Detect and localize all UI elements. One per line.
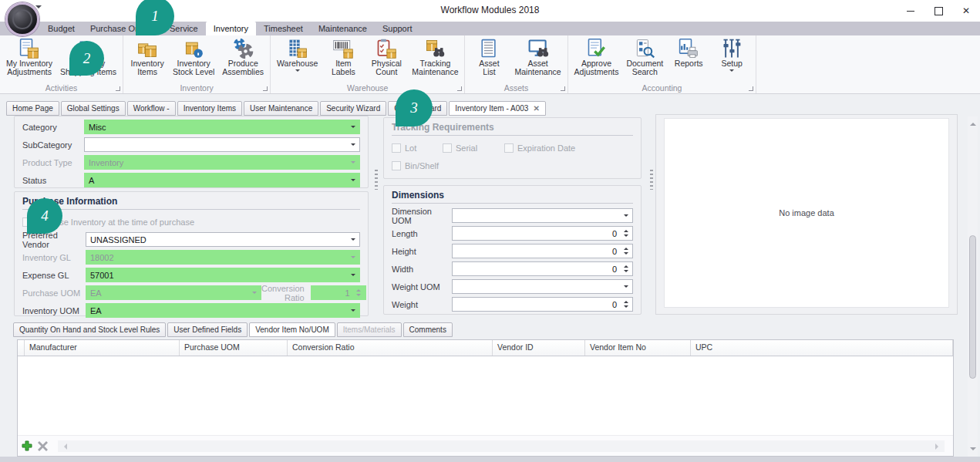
minimize-button[interactable] [897,0,924,22]
form-row-height: Height0 [392,244,633,258]
spinner-buttons[interactable] [621,262,631,275]
maximize-button[interactable] [924,0,952,22]
column-header-vendor-id[interactable]: Vendor ID [493,340,585,356]
ribbon-button-item-labels[interactable]: Item Labels [322,37,365,83]
doc-tab-inventory-item-a003[interactable]: Inventory Item - A003✕ [449,101,545,116]
field-dimension-uom[interactable] [452,208,633,223]
field-subcategory[interactable] [84,137,360,152]
add-row-button[interactable] [22,440,32,451]
combo-dropdown-icon[interactable] [351,274,355,278]
ribbon-tab-support[interactable]: Support [375,22,420,35]
column-header-vendor-item-no[interactable]: Vendor Item No [585,340,691,356]
scroll-right-icon[interactable] [935,443,941,450]
combo-dropdown-icon[interactable] [351,143,355,148]
combo-dropdown-icon[interactable] [351,179,355,184]
doc-check-icon [585,38,608,59]
ribbon-button-asset-list[interactable]: Asset List [467,37,510,83]
dialog-launcher-icon[interactable] [263,86,268,91]
dialog-launcher-icon[interactable] [116,86,120,91]
scrollbar-thumb[interactable] [969,235,976,379]
ribbon-button-setup[interactable]: Setup [710,37,753,83]
close-button[interactable]: ✕ [952,0,980,22]
spinner-buttons[interactable] [621,244,631,258]
spin-up-icon[interactable] [624,298,628,303]
spinner-buttons[interactable] [621,298,631,311]
barcode-box-icon [332,38,355,59]
dialog-launcher-icon[interactable] [749,86,753,91]
doc-tab-security-wizard[interactable]: Security Wizard [320,101,386,116]
field-width[interactable]: 0 [452,261,633,276]
app-logo[interactable] [5,2,39,36]
ribbon-button-warehouse[interactable]: Warehouse [273,37,322,83]
detail-tab-user-defined-fields[interactable]: User Defined Fields [167,322,248,337]
close-tab-icon[interactable]: ✕ [533,104,539,113]
tab-label: User Maintenance [250,104,312,113]
combo-dropdown-icon[interactable] [351,126,355,130]
dialog-launcher-icon[interactable] [457,86,462,91]
form-vertical-scrollbar[interactable] [968,116,978,457]
ribbon-button-asset-maintenance[interactable]: Asset Maintenance [510,37,564,83]
ribbon-button-tracking-maintenance[interactable]: Tracking Maintenance [408,37,462,83]
doc-tab-global-settings[interactable]: Global Settings [61,101,126,116]
tracking-option-lot: Lot [392,143,443,153]
checkbox-expiration-date[interactable] [504,143,514,153]
spin-up-icon[interactable] [624,245,628,250]
field-status[interactable]: A [84,173,360,187]
spin-down-icon[interactable] [624,305,628,310]
checkbox-lot[interactable] [392,143,401,153]
detail-tab-vendor-item-no-uom[interactable]: Vendor Item No/UOM [249,322,335,337]
field-category[interactable]: Misc [84,120,360,134]
grid-horizontal-scrollbar[interactable] [58,440,945,452]
combo-dropdown-icon[interactable] [351,309,355,314]
ribbon-button-approve-adjustments[interactable]: Approve Adjustments [571,37,623,83]
ribbon-button-reports[interactable]: Reports [667,37,710,83]
spin-up-icon[interactable] [624,228,628,232]
ribbon-tab-maintenance[interactable]: Maintenance [311,22,375,35]
column-header-manufacturer[interactable]: Manufacturer [25,340,180,356]
ribbon-button-document-search[interactable]: Document Search [622,37,667,83]
spin-up-icon[interactable] [624,263,628,268]
spin-down-icon[interactable] [624,270,628,275]
column-header-upc[interactable]: UPC [691,340,953,356]
checkbox-serial[interactable] [443,143,452,153]
dialog-launcher-icon[interactable] [561,86,565,91]
field-weight-uom[interactable] [452,279,633,294]
scroll-up-icon[interactable] [970,120,976,126]
scroll-left-icon[interactable] [61,443,67,450]
doc-tab-inventory-items[interactable]: Inventory Items [177,101,242,116]
doc-tab-workflow[interactable]: Workflow - [127,101,176,116]
combo-dropdown-icon[interactable] [624,214,628,219]
doc-tab-home-page[interactable]: Home Page [6,101,59,116]
field-weight[interactable]: 0 [452,297,633,312]
field-height[interactable]: 0 [452,244,633,258]
column-header-purchase-uom[interactable]: Purchase UOM [180,340,288,356]
combo-dropdown-icon[interactable] [351,238,355,243]
spin-down-icon[interactable] [624,252,628,257]
splitter-left[interactable] [375,170,378,190]
detail-tab-quantity-on-hand-and-stock-level-rules[interactable]: Quantity On Hand and Stock Level Rules [13,322,166,337]
ribbon-tab-inventory[interactable]: Inventory [206,22,256,35]
column-header-conversion-ratio[interactable]: Conversion Ratio [288,340,493,356]
combo-dropdown-icon[interactable] [624,285,628,290]
checkbox-bin-shelf[interactable] [392,161,401,170]
ribbon-button-inventory-items[interactable]: Inventory Items [126,37,169,83]
field-expense-gl[interactable]: 57001 [86,268,360,282]
field-length[interactable]: 0 [452,226,633,241]
delete-row-button[interactable] [38,441,48,451]
splitter-right[interactable] [650,170,653,190]
field-inventory-uom[interactable]: EA [86,303,360,318]
field-label: Inventory UOM [22,306,86,315]
ribbon-button-physical-count[interactable]: Physical Count [365,37,408,83]
spinner-buttons[interactable] [621,227,631,240]
scroll-down-icon[interactable] [970,447,976,454]
field-preferred-vendor[interactable]: UNASSIGNED [86,232,360,247]
ribbon-tab-budget[interactable]: Budget [40,22,83,35]
spin-down-icon[interactable] [624,234,628,239]
detail-tab-comments[interactable]: Comments [403,322,453,337]
doc-tab-user-maintenance[interactable]: User Maintenance [244,101,318,116]
ribbon-button-inventory-stock-level[interactable]: Inventory Stock Level [169,37,218,83]
ribbon-button-my-inventory-adjustments[interactable]: My Inventory Adjustments [2,37,56,83]
status-strip [0,457,980,462]
ribbon-button-produce-assemblies[interactable]: Produce Assemblies [218,37,268,83]
ribbon-tab-timesheet[interactable]: Timesheet [256,22,311,35]
